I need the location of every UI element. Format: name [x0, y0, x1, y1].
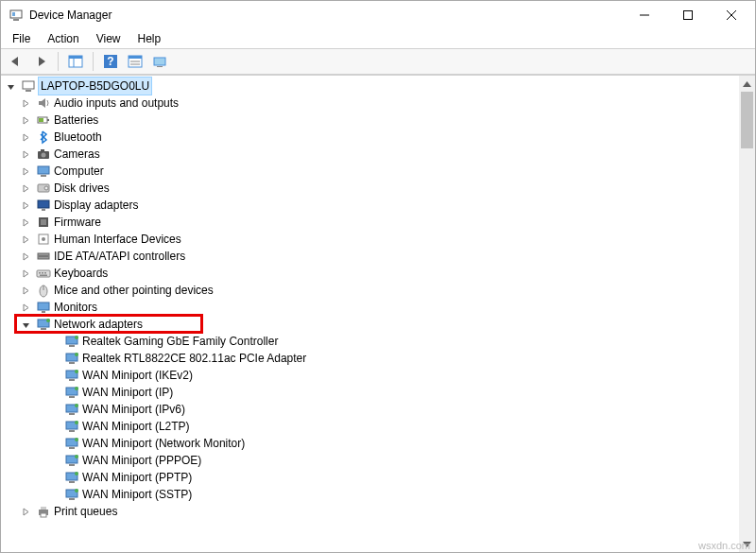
forward-button[interactable]: [29, 50, 52, 73]
svg-rect-75: [69, 481, 75, 483]
tree-device[interactable]: WAN Miniport (L2TP): [5, 418, 739, 435]
expander-icon[interactable]: [22, 286, 35, 295]
expander-icon[interactable]: [22, 218, 35, 227]
tree-category[interactable]: Print queues: [5, 503, 739, 520]
tree-item-label: Audio inputs and outputs: [54, 95, 179, 112]
tree-root[interactable]: LAPTOP-B5DGO0LU: [5, 78, 739, 95]
scroll-thumb[interactable]: [741, 92, 753, 148]
scroll-up-button[interactable]: [739, 76, 755, 92]
tree-device[interactable]: WAN Miniport (SSTP): [5, 486, 739, 503]
tree-category[interactable]: Keyboards: [5, 265, 739, 282]
svg-point-29: [44, 186, 48, 190]
tree-device[interactable]: Realtek Gaming GbE Family Controller: [5, 333, 739, 350]
expander-icon[interactable]: [22, 508, 35, 516]
tree-category[interactable]: Firmware: [5, 214, 739, 231]
svg-rect-1: [13, 19, 19, 21]
tree-category[interactable]: Monitors: [5, 299, 739, 316]
toolbar: ?: [1, 48, 755, 75]
svg-rect-69: [69, 447, 75, 449]
tree-category[interactable]: Batteries: [5, 112, 739, 129]
monitor-icon: [35, 300, 52, 315]
back-button[interactable]: [5, 50, 27, 73]
expander-icon[interactable]: [22, 252, 35, 261]
expander-icon[interactable]: [22, 99, 35, 108]
tree-category[interactable]: Computer: [5, 163, 739, 180]
vertical-scrollbar[interactable]: [739, 76, 755, 552]
svg-rect-16: [154, 58, 165, 65]
tree-device[interactable]: WAN Miniport (Network Monitor): [5, 435, 739, 452]
tree-category[interactable]: Audio inputs and outputs: [5, 95, 739, 112]
svg-rect-41: [44, 272, 46, 274]
expander-icon[interactable]: [22, 303, 35, 312]
svg-rect-27: [41, 175, 46, 177]
help-button[interactable]: ?: [99, 50, 122, 73]
expander-icon[interactable]: [22, 320, 35, 329]
svg-rect-4: [684, 11, 693, 20]
svg-rect-26: [38, 166, 49, 174]
svg-rect-78: [69, 498, 75, 500]
svg-point-24: [42, 153, 46, 158]
expander-icon[interactable]: [22, 133, 35, 142]
expander-icon[interactable]: [22, 150, 35, 159]
tree-item-label: IDE ATA/ATAPI controllers: [54, 248, 185, 265]
tree-device[interactable]: WAN Miniport (IP): [5, 384, 739, 401]
maximize-button[interactable]: [666, 1, 710, 29]
expander-icon[interactable]: [22, 116, 35, 125]
expander-icon[interactable]: [7, 82, 20, 91]
tree-device[interactable]: WAN Miniport (PPTP): [5, 469, 739, 486]
tree-category[interactable]: IDE ATA/ATAPI controllers: [5, 248, 739, 265]
expander-icon[interactable]: [22, 235, 35, 244]
tree-device[interactable]: WAN Miniport (IPv6): [5, 401, 739, 418]
network-icon: [63, 368, 80, 383]
scan-hardware-button[interactable]: [148, 50, 171, 73]
network-icon: [63, 436, 80, 451]
hid-icon: [35, 232, 52, 247]
network-icon: [63, 487, 80, 502]
expander-icon[interactable]: [22, 167, 35, 176]
expander-icon[interactable]: [22, 184, 35, 193]
network-icon: [35, 317, 52, 332]
svg-rect-22: [39, 118, 43, 122]
svg-rect-45: [38, 302, 49, 310]
svg-rect-51: [69, 345, 75, 347]
svg-rect-63: [69, 413, 75, 415]
device-tree[interactable]: LAPTOP-B5DGO0LUAudio inputs and outputsB…: [1, 76, 739, 552]
tree-item-label: Keyboards: [54, 265, 108, 282]
tree-category[interactable]: Human Interface Devices: [5, 231, 739, 248]
show-hide-tree-button[interactable]: [64, 50, 87, 73]
tree-device[interactable]: WAN Miniport (IKEv2): [5, 367, 739, 384]
tree-category[interactable]: Cameras: [5, 146, 739, 163]
expander-icon[interactable]: [22, 201, 35, 210]
window-title: Device Manager: [29, 9, 112, 22]
tree-category[interactable]: Bluetooth: [5, 129, 739, 146]
svg-rect-39: [39, 272, 41, 274]
menubar: File Action View Help: [1, 29, 755, 48]
menu-view[interactable]: View: [89, 30, 129, 47]
svg-rect-82: [41, 513, 46, 517]
tree-category[interactable]: Mice and other pointing devices: [5, 282, 739, 299]
properties-button[interactable]: [124, 50, 146, 73]
svg-rect-46: [42, 311, 45, 313]
svg-rect-57: [69, 379, 75, 381]
tree-device[interactable]: WAN Miniport (PPPOE): [5, 452, 739, 469]
tree-item-label: WAN Miniport (IPv6): [82, 401, 185, 418]
menu-action[interactable]: Action: [40, 30, 86, 47]
ide-icon: [35, 249, 52, 264]
svg-point-64: [75, 404, 78, 407]
menu-file[interactable]: File: [5, 30, 38, 47]
tree-item-label: Human Interface Devices: [54, 231, 181, 248]
svg-rect-60: [69, 396, 75, 398]
expander-icon[interactable]: [22, 269, 35, 278]
network-icon: [63, 334, 80, 349]
network-icon: [63, 385, 80, 400]
disk-icon: [35, 181, 52, 196]
tree-category[interactable]: Network adapters: [5, 316, 739, 333]
tree-item-label: WAN Miniport (Network Monitor): [82, 435, 245, 452]
tree-item-label: Bluetooth: [54, 129, 102, 146]
close-button[interactable]: [710, 1, 753, 29]
tree-device[interactable]: Realtek RTL8822CE 802.11ac PCIe Adapter: [5, 350, 739, 367]
tree-category[interactable]: Display adapters: [5, 197, 739, 214]
minimize-button[interactable]: [623, 1, 666, 29]
tree-category[interactable]: Disk drives: [5, 180, 739, 197]
menu-help[interactable]: Help: [130, 30, 169, 47]
